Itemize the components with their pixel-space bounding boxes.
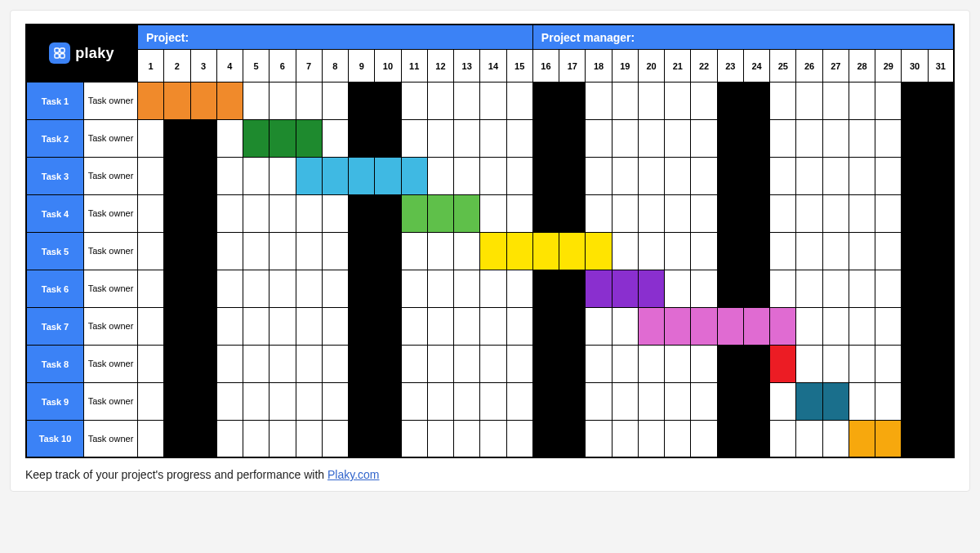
gantt-cell: [138, 83, 164, 120]
gantt-cell: [164, 233, 190, 270]
gantt-cell: [454, 346, 480, 383]
gantt-cell: [217, 233, 243, 270]
day-header: 20: [639, 50, 665, 83]
gantt-cell: [875, 346, 902, 383]
gantt-cell: [138, 308, 164, 346]
gantt-cell: [323, 421, 349, 458]
gantt-cell: [217, 421, 243, 458]
gantt-cell: [164, 383, 190, 421]
gantt-cell: [191, 421, 217, 458]
gantt-cell: [243, 158, 270, 195]
gantt-cell: [586, 308, 612, 346]
gantt-cell: [349, 308, 375, 346]
gantt-cell: [718, 346, 744, 383]
gantt-cell: [691, 383, 717, 421]
day-header: 15: [507, 50, 533, 83]
day-header: 9: [349, 50, 375, 83]
gantt-cell: [138, 346, 164, 383]
gantt-cell: [454, 195, 480, 233]
task-owner-cell: Task owner: [84, 383, 138, 421]
gantt-cell: [533, 158, 559, 195]
gantt-cell: [533, 120, 559, 158]
gantt-cell: [349, 346, 375, 383]
task-name-cell: Task 8: [25, 346, 84, 383]
gantt-cell: [559, 158, 586, 195]
gantt-cell: [217, 383, 243, 421]
gantt-cell: [796, 233, 822, 270]
gantt-cell: [375, 346, 401, 383]
task-owner-cell: Task owner: [84, 83, 138, 120]
day-header: 6: [270, 50, 296, 83]
gantt-cell: [507, 308, 533, 346]
gantt-cell: [691, 195, 717, 233]
gantt-cell: [454, 270, 480, 308]
day-header: 25: [770, 50, 796, 83]
day-header: 30: [902, 50, 928, 83]
gantt-cell: [428, 421, 454, 458]
gantt-cell: [612, 83, 639, 120]
gantt-cell: [270, 158, 296, 195]
gantt-cell: [770, 233, 796, 270]
gantt-cell: [349, 158, 375, 195]
gantt-cell: [796, 421, 822, 458]
gantt-cell: [323, 346, 349, 383]
gantt-cell: [796, 158, 822, 195]
task-owner-cell: Task owner: [84, 270, 138, 308]
gantt-cell: [744, 383, 770, 421]
gantt-cell: [323, 120, 349, 158]
gantt-cell: [875, 383, 902, 421]
day-header: 26: [796, 50, 822, 83]
gantt-cell: [533, 421, 559, 458]
gantt-cell: [586, 346, 612, 383]
gantt-cell: [796, 270, 822, 308]
gantt-cell: [665, 383, 691, 421]
gantt-cell: [428, 346, 454, 383]
task-name-cell: Task 9: [25, 383, 84, 421]
gantt-cell: [323, 195, 349, 233]
gantt-cell: [586, 120, 612, 158]
gantt-cell: [507, 158, 533, 195]
svg-rect-0: [55, 48, 59, 52]
plaky-logo-text: plaky: [75, 45, 114, 62]
gantt-cell: [243, 83, 270, 120]
gantt-cell: [270, 346, 296, 383]
gantt-cell: [533, 233, 559, 270]
gantt-cell: [665, 270, 691, 308]
task-name-cell: Task 2: [25, 120, 84, 158]
gantt-cell: [402, 120, 428, 158]
gantt-cell: [191, 195, 217, 233]
gantt-cell: [296, 195, 323, 233]
day-header: 7: [296, 50, 323, 83]
gantt-cell: [770, 308, 796, 346]
gantt-cell: [586, 233, 612, 270]
gantt-cell: [243, 120, 270, 158]
gantt-cell: [902, 270, 928, 308]
gantt-cell: [191, 158, 217, 195]
gantt-cell: [217, 158, 243, 195]
gantt-cell: [744, 158, 770, 195]
task-name-cell: Task 6: [25, 270, 84, 308]
gantt-cell: [323, 158, 349, 195]
task-owner-cell: Task owner: [84, 233, 138, 270]
gantt-cell: [902, 233, 928, 270]
gantt-cell: [138, 270, 164, 308]
gantt-cell: [929, 120, 955, 158]
gantt-cell: [270, 421, 296, 458]
gantt-cell: [875, 83, 902, 120]
gantt-cell: [639, 270, 665, 308]
gantt-cell: [349, 83, 375, 120]
gantt-cell: [270, 308, 296, 346]
caption: Keep track of your project's progress an…: [25, 468, 955, 481]
gantt-cell: [243, 421, 270, 458]
gantt-cell: [349, 383, 375, 421]
gantt-cell: [323, 383, 349, 421]
gantt-cell: [349, 195, 375, 233]
gantt-cell: [718, 421, 744, 458]
gantt-cell: [612, 158, 639, 195]
gantt-cell: [402, 158, 428, 195]
gantt-cell: [296, 270, 323, 308]
gantt-cell: [770, 158, 796, 195]
plaky-link[interactable]: Plaky.com: [327, 468, 380, 481]
gantt-cell: [217, 308, 243, 346]
gantt-cell: [929, 346, 955, 383]
